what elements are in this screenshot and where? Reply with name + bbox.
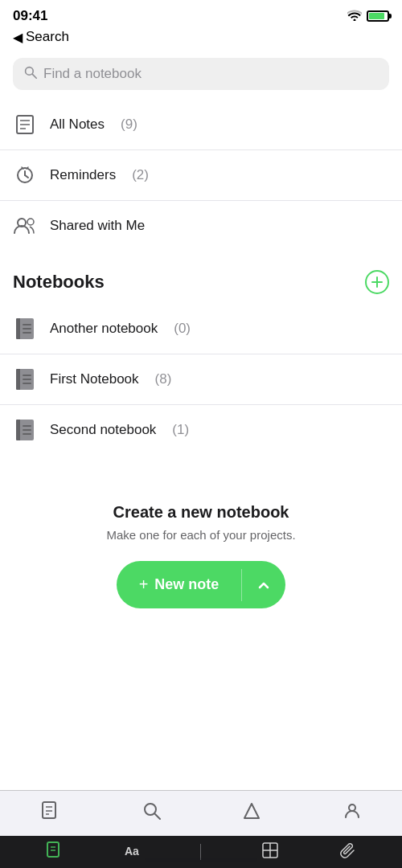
status-bar: 09:41: [0, 0, 402, 27]
notebook-count-another: (0): [174, 321, 191, 337]
cta-subtitle: Make one for each of your projects.: [26, 528, 376, 542]
nav-notes[interactable]: [40, 800, 61, 826]
notebooks-title: Notebooks: [13, 272, 105, 293]
bottom-toolbar: Aa: [0, 836, 402, 868]
toolbar-table-icon[interactable]: [261, 841, 279, 863]
reminders-count: (2): [132, 167, 149, 183]
notebook-icon-another: [13, 317, 37, 341]
toolbar-notes-icon[interactable]: [46, 841, 64, 863]
status-time: 09:41: [13, 8, 47, 24]
svg-rect-15: [43, 802, 55, 818]
search-icon: [24, 66, 37, 82]
new-note-button[interactable]: + New note: [117, 561, 286, 608]
bottom-nav: [0, 790, 402, 836]
reminders-label: Reminders: [50, 167, 116, 183]
svg-text:Aa: Aa: [125, 845, 139, 858]
nav-account-icon: [343, 801, 362, 825]
svg-line-8: [25, 175, 28, 178]
toolbar-attachment-icon[interactable]: [338, 841, 356, 863]
svg-point-19: [145, 804, 156, 815]
chevron-up-icon: [258, 579, 269, 592]
shared-icon: [13, 214, 37, 238]
search-container: Find a notebook: [0, 51, 402, 100]
all-notes-item[interactable]: All Notes (9): [0, 100, 402, 150]
notebook-item-second[interactable]: Second notebook (1): [0, 405, 402, 455]
all-notes-icon: [13, 113, 37, 137]
cta-title: Create a new notebook: [26, 503, 376, 522]
toolbar-format-icon[interactable]: Aa: [123, 841, 141, 863]
back-label: Search: [26, 29, 69, 45]
shared-item[interactable]: Shared with Me: [0, 201, 402, 251]
notebook-icon-second: [13, 418, 37, 442]
nav-notes-icon: [40, 800, 61, 826]
reminders-icon: [13, 163, 37, 187]
cta-section: Create a new notebook Make one for each …: [0, 455, 402, 628]
all-notes-label: All Notes: [50, 117, 105, 133]
shared-label: Shared with Me: [50, 218, 145, 234]
menu-list: All Notes (9) Reminders (2) Shared: [0, 100, 402, 251]
svg-line-1: [32, 74, 36, 78]
notebook-count-first: (8): [155, 371, 172, 387]
new-note-main[interactable]: + New note: [117, 561, 242, 608]
nav-bar[interactable]: ◀ Search: [0, 27, 402, 51]
notebooks-list: Another notebook (0) First Notebook (8): [0, 304, 402, 455]
nav-account[interactable]: [343, 801, 362, 825]
notebook-item-first[interactable]: First Notebook (8): [0, 354, 402, 405]
svg-point-22: [349, 805, 355, 811]
new-note-label: New note: [154, 576, 219, 593]
wifi-icon: [347, 10, 362, 23]
new-note-expand-button[interactable]: [242, 564, 285, 606]
notebook-icon-first: [13, 367, 37, 391]
notebooks-section-header: Notebooks: [0, 251, 402, 304]
svg-point-0: [26, 68, 34, 76]
notebook-label-second: Second notebook: [50, 422, 156, 438]
reminders-item[interactable]: Reminders (2): [0, 150, 402, 201]
notebook-item-another[interactable]: Another notebook (0): [0, 304, 402, 354]
search-placeholder: Find a notebook: [43, 66, 142, 82]
nav-search[interactable]: [142, 801, 162, 825]
home-indicator: [145, 858, 257, 862]
battery-icon: [367, 10, 389, 22]
svg-rect-23: [47, 842, 59, 857]
notebook-label-another: Another notebook: [50, 321, 158, 337]
notebook-count-second: (1): [172, 422, 189, 438]
notebook-label-first: First Notebook: [50, 371, 139, 387]
back-arrow-icon: ◀: [13, 30, 23, 45]
svg-point-12: [27, 219, 34, 225]
svg-marker-21: [244, 804, 259, 818]
nav-shortcuts-icon: [242, 801, 261, 825]
nav-search-icon: [142, 801, 162, 825]
search-bar[interactable]: Find a notebook: [13, 58, 389, 90]
status-icons: [347, 10, 389, 23]
nav-shortcuts[interactable]: [242, 801, 261, 825]
new-note-plus-icon: +: [139, 575, 149, 594]
svg-line-20: [155, 814, 160, 819]
all-notes-count: (9): [121, 117, 137, 133]
add-notebook-button[interactable]: [365, 270, 389, 294]
